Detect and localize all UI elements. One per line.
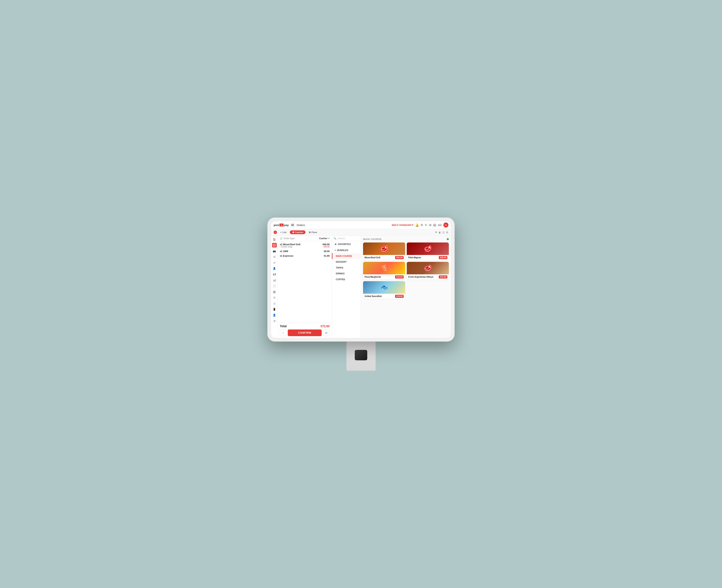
stand-scanner [355,350,367,360]
search-box[interactable]: 🔍 Search [332,236,361,241]
menu-item-name: Fresh Argentinian Ribeye [408,276,439,278]
menu-item-grilled-swordfish[interactable]: 🐟 Grilled Swordfish €18.00 [363,281,405,299]
order-type-selector[interactable]: Cashier ▾ [319,237,330,240]
order-footer: Total €72.80 ⋮ CONFIRM ⊡ [278,322,332,338]
category-label: FAVORITES [338,243,351,246]
scene: pick N pay Orders alex's restaurant ▾ [268,217,454,371]
category-bundles[interactable]: ≡ BUNDLES [332,247,361,253]
tab-floor[interactable]: ⊞ Floor [307,230,319,234]
menu-item-fillet-mignon[interactable]: 🥩 Fillet Mignon €28.50 [407,243,449,260]
category-tapas[interactable]: TAPAS [332,265,361,271]
category-list: ★ FAVORITES ≡ BUNDLES MAIN COURSE [332,241,361,282]
more-options-button[interactable]: ⋮ [280,330,286,336]
order-item-price: €1.80 [324,255,330,257]
avatar-initials: AL [445,224,447,226]
tab-list[interactable]: ≡ List [278,230,289,234]
section-header: MAIN COURSE [363,238,449,240]
order-item-name: x1 Mixed Beef Grill [280,243,300,246]
avatar[interactable]: AL [443,223,448,228]
nav-sync[interactable]: ⇄ [272,260,277,265]
nav-settings[interactable]: ⚙ [272,295,277,300]
menu-item-image: 🥩 [363,243,405,255]
bell-icon[interactable]: 🔔 [415,223,419,227]
menu-item-mixed-beef-grill[interactable]: 🥩 Mixed Beef Grill €60.00 [363,243,405,260]
chevron-down-icon: ▾ [412,224,413,227]
tablet-screen: pick N pay Orders alex's restaurant ▾ [271,221,451,338]
list-icon: ≡ [280,231,281,233]
order-count-badge: 0 [274,231,277,234]
menu-item-fresh-argentinian-ribeye[interactable]: 🥩 Fresh Argentinian Ribeye €22.50 [407,262,449,279]
logo-icon: N [279,224,283,227]
order-item: x1 Mixed Beef Grill • Grilled Vegs €60.0… [278,242,332,249]
top-bar-right: alex's restaurant ▾ 🔔 ⚙ ↻ ⊞ ⏻ ale AL [391,223,448,228]
category-favorites[interactable]: ★ FAVORITES [332,241,361,247]
logo-icon-text: N [281,224,282,226]
nav-mobile[interactable]: 📱 [272,307,277,312]
menu-item-price: €16.00 [395,275,404,278]
nav-reports[interactable]: 📊 [272,278,277,282]
grid-icon[interactable]: ⊞ [429,223,431,227]
toggle-icon[interactable]: ◐ [439,231,441,234]
category-dessert[interactable]: DESSERT [332,259,361,265]
availability-dot [447,238,449,240]
confirm-button[interactable]: CONFIRM [288,330,322,336]
category-label: DRINKS [336,272,344,275]
menu-item-pizza-margherita[interactable]: 🍕 Pizza Margherita €16.00 [363,262,405,279]
refresh-icon[interactable]: ↻ [425,223,427,227]
restaurant-name-text: alex's restaurant [391,224,411,227]
order-item-sub: • Grilled Vegs [280,246,300,248]
nav-printer[interactable]: 🖨 [272,301,277,306]
menu-item-body: Fillet Mignon €28.50 [407,255,449,260]
tab-cashier[interactable]: 🖥 Cashier [290,230,305,234]
menu-item-body: Fresh Argentinian Ribeye €22.50 [407,274,449,279]
category-label: COFFEE [336,278,345,280]
favorites-icon: ★ [335,243,337,246]
view-right-icons: 👁 ◐ ⊡ ⚙ [435,231,448,234]
order-item-name: x1 1906 [280,250,288,252]
menu-categories-panel: 🔍 Search ★ FAVORITES ≡ BUNDLES [332,236,361,338]
order-items-list: x1 Mixed Beef Grill • Grilled Vegs €60.0… [278,241,332,322]
nav-display[interactable]: 🖥 [272,319,277,323]
settings-icon[interactable]: ⚙ [421,223,423,227]
expand-icon[interactable]: ⊡ [442,231,445,234]
menu-item-body: Grilled Swordfish €18.00 [363,294,405,299]
restaurant-selector[interactable]: alex's restaurant ▾ [391,224,413,227]
cashier-icon: 🖥 [292,231,294,233]
menu-item-name: Fillet Mignon [408,256,439,259]
category-drinks[interactable]: DRINKS [332,271,361,276]
order-item: x1 1906 €6.00 [278,249,332,253]
menu-item-body: Pizza Margherita €16.00 [363,274,405,279]
eye-icon[interactable]: 👁 [435,231,438,234]
floor-icon: ⊞ [309,231,311,234]
options-icon[interactable]: ⚙ [446,231,448,234]
user-label: ale [438,223,442,227]
logo-text-pay: pay [284,224,289,227]
nav-docs[interactable]: 📄 [272,284,277,288]
category-main-course[interactable]: MAIN COURSE [332,253,361,259]
menu-item-body: Mixed Beef Grill €60.00 [363,255,405,260]
search-placeholder: Search [338,237,345,239]
nav-profile[interactable]: 👤 [272,313,277,317]
nav-scan[interactable]: 📷 [272,249,277,253]
order-item-info: x1 Mixed Beef Grill • Grilled Vegs [280,243,300,248]
hamburger-menu-button[interactable] [291,224,294,226]
nav-company[interactable]: 🏢 [272,290,277,294]
menu-item-price: €60.00 [395,256,404,259]
nav-orders[interactable] [272,243,277,248]
qr-code-button[interactable]: ⊡ [323,330,330,336]
category-label: BUNDLES [337,249,348,251]
nav-home[interactable]: 🏠 [272,237,277,241]
total-value: €72.80 [321,324,330,328]
power-icon[interactable]: ⏻ [433,223,436,227]
category-coffee[interactable]: COFFEE [332,276,361,282]
nav-tables[interactable]: ⊞ [272,255,277,259]
view-tabs-bar: 0 ≡ List 🖥 Cashier ⊞ Floor 👁 ◐ ⊡ ⚙ [271,229,451,236]
nav-marketing[interactable]: 📢 [272,272,277,277]
logo: pick N pay [274,224,289,227]
tab-floor-label: Floor [312,231,317,233]
items-grid: 🥩 Mixed Beef Grill €60.00 🥩 [363,243,449,299]
nav-customers[interactable]: 👤 [272,266,277,271]
order-item-info: x1 Expresso [280,255,293,257]
logo-text-pick: pick [274,224,279,227]
main-content: 🏠 📷 ⊞ ⇄ 👤 📢 📊 📄 [271,236,451,338]
